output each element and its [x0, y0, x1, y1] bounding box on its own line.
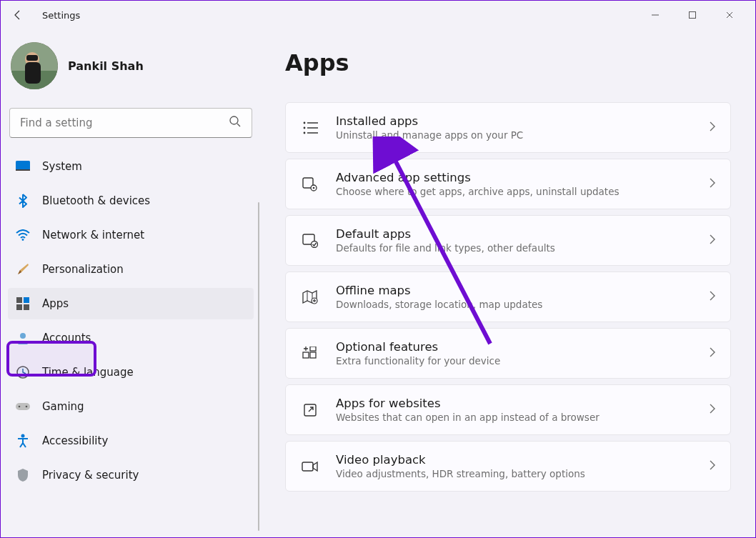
sidebar-item-apps[interactable]: Apps [8, 288, 254, 319]
card-installed-apps[interactable]: Installed appsUninstall and manage apps … [285, 102, 731, 153]
svg-point-16 [20, 333, 26, 339]
maximize-button[interactable] [681, 6, 704, 24]
minimize-button[interactable] [644, 6, 667, 24]
brush-icon [15, 261, 31, 277]
apps-icon [15, 296, 31, 312]
svg-rect-13 [24, 297, 29, 303]
svg-rect-12 [16, 297, 22, 303]
card-video-playback[interactable]: Video playbackVideo adjustments, HDR str… [285, 441, 731, 492]
sidebar: Pankil Shah System Bluetooth & devices N… [1, 29, 258, 537]
card-sub: Downloads, storage location, map updates [336, 299, 693, 310]
sidebar-item-gaming[interactable]: Gaming [8, 391, 254, 422]
svg-rect-36 [310, 347, 316, 351]
chevron-right-icon [709, 347, 716, 361]
svg-point-20 [26, 406, 28, 408]
svg-point-7 [230, 116, 238, 124]
account-icon [15, 330, 31, 346]
svg-point-19 [19, 406, 21, 408]
card-sub: Uninstall and manage apps on your PC [336, 129, 693, 141]
search-icon [229, 115, 242, 131]
back-button[interactable] [6, 4, 29, 26]
sidebar-item-network[interactable]: Network & internet [8, 219, 254, 251]
profile-name: Pankil Shah [68, 59, 144, 73]
avatar [11, 42, 58, 89]
nav-label: Gaming [42, 400, 84, 413]
svg-point-22 [304, 121, 306, 124]
chevron-right-icon [709, 234, 716, 248]
sidebar-scrollbar[interactable] [258, 202, 259, 531]
card-default-apps[interactable]: Default appsDefaults for file and link t… [285, 215, 731, 266]
window-controls [644, 6, 750, 24]
card-title: Installed apps [336, 114, 693, 128]
svg-point-32 [312, 241, 318, 247]
sidebar-item-personalization[interactable]: Personalization [8, 254, 254, 285]
svg-point-30 [313, 186, 315, 189]
card-title: Optional features [336, 340, 693, 354]
card-sub: Websites that can open in an app instead… [336, 412, 693, 423]
bluetooth-icon [15, 193, 31, 209]
svg-rect-1 [690, 12, 696, 19]
main-content: Apps Installed appsUninstall and manage … [258, 29, 755, 537]
svg-line-8 [237, 124, 240, 126]
profile-section[interactable]: Pankil Shah [8, 36, 255, 104]
sidebar-item-bluetooth[interactable]: Bluetooth & devices [8, 185, 254, 216]
chevron-right-icon [709, 403, 716, 417]
svg-rect-5 [25, 62, 41, 84]
svg-point-24 [304, 126, 306, 129]
search-input[interactable] [20, 116, 229, 129]
nav-label: Time & language [42, 366, 134, 379]
svg-rect-15 [24, 304, 29, 310]
card-title: Apps for websites [336, 397, 693, 410]
card-sub: Defaults for file and link types, other … [336, 242, 693, 254]
external-icon [300, 403, 320, 417]
svg-point-21 [21, 434, 25, 438]
chevron-right-icon [709, 121, 716, 135]
svg-rect-9 [16, 161, 30, 171]
card-title: Default apps [336, 227, 693, 241]
video-icon [300, 460, 320, 473]
window-title: Settings [42, 10, 80, 21]
nav-list: System Bluetooth & devices Network & int… [8, 151, 255, 491]
wifi-icon [15, 227, 31, 243]
chevron-right-icon [709, 290, 716, 304]
map-icon [300, 290, 320, 304]
nav-label: Privacy & security [42, 469, 139, 482]
gaming-icon [15, 399, 31, 414]
card-advanced-settings[interactable]: Advanced app settingsChoose where to get… [285, 159, 731, 209]
svg-rect-6 [26, 55, 38, 61]
app-gear-icon [300, 177, 320, 191]
nav-label: Bluetooth & devices [42, 194, 150, 207]
card-sub: Choose where to get apps, archive apps, … [336, 186, 693, 197]
close-button[interactable] [718, 6, 741, 24]
card-sub: Extra functionality for your device [336, 355, 693, 367]
card-offline-maps[interactable]: Offline mapsDownloads, storage location,… [285, 272, 731, 322]
svg-rect-38 [302, 462, 313, 471]
search-box[interactable] [9, 108, 252, 138]
sidebar-item-accessibility[interactable]: Accessibility [8, 425, 254, 457]
svg-point-11 [22, 239, 24, 241]
titlebar: Settings [1, 1, 755, 29]
accessibility-icon [15, 433, 31, 449]
card-list: Installed appsUninstall and manage apps … [285, 102, 731, 492]
system-icon [15, 159, 31, 174]
card-apps-websites[interactable]: Apps for websitesWebsites that can open … [285, 384, 731, 435]
plus-app-icon [300, 347, 320, 361]
sidebar-item-accounts[interactable]: Accounts [8, 322, 254, 354]
svg-rect-34 [303, 352, 309, 358]
sidebar-item-privacy[interactable]: Privacy & security [8, 459, 254, 491]
default-icon [300, 234, 320, 248]
nav-label: Personalization [42, 263, 124, 276]
card-sub: Video adjustments, HDR streaming, batter… [336, 468, 693, 479]
sidebar-item-system[interactable]: System [8, 151, 254, 182]
clock-icon [15, 364, 31, 380]
list-icon [300, 121, 320, 135]
card-optional-features[interactable]: Optional featuresExtra functionality for… [285, 328, 731, 379]
nav-label: Accessibility [42, 434, 108, 447]
svg-rect-10 [16, 169, 30, 171]
chevron-right-icon [709, 459, 716, 474]
svg-rect-18 [16, 403, 30, 410]
sidebar-item-time[interactable]: Time & language [8, 357, 254, 388]
card-title: Offline maps [336, 284, 693, 297]
chevron-right-icon [709, 177, 716, 191]
nav-label: Apps [42, 297, 69, 310]
